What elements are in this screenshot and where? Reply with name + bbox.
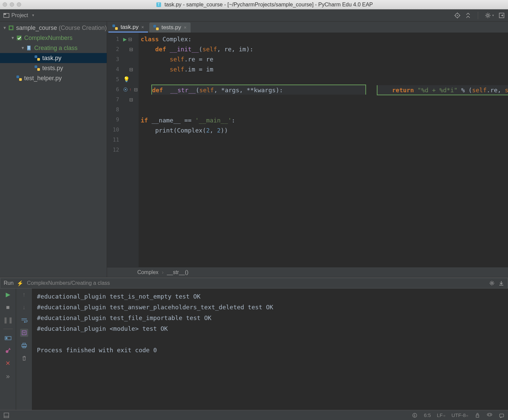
titlebar: T task.py - sample_course - [~/PycharmPr… xyxy=(0,0,508,9)
chevron-right-icon: › xyxy=(162,269,163,275)
svg-point-31 xyxy=(490,414,491,415)
module-icon xyxy=(15,35,23,41)
tool-windows-icon[interactable] xyxy=(3,412,9,418)
tree-file-helper[interactable]: test_helper.py xyxy=(0,73,107,83)
scroll-to-end-icon[interactable] xyxy=(20,329,28,337)
close-window-icon[interactable] xyxy=(3,2,7,7)
print-icon[interactable] xyxy=(20,342,28,350)
editor-body[interactable]: 123456789101112 ▶⊟ ⊟ ⊟ 💡 ⦿↑⊟ ⊟ class Com… xyxy=(107,33,508,267)
svg-rect-25 xyxy=(4,413,9,418)
python-file-icon xyxy=(112,24,118,30)
expand-arrow-icon[interactable]: ▼ xyxy=(2,25,7,30)
project-tree[interactable]: ▼ sample_course (Course Creation) ▼ Comp… xyxy=(0,21,107,83)
code-area[interactable]: class Complex: def __init__(self, re, im… xyxy=(139,33,508,267)
tree-module-label: ComplexNumbers xyxy=(24,35,72,42)
file-encoding[interactable]: UTF-8≑ xyxy=(452,412,469,418)
soft-wrap-icon[interactable] xyxy=(20,316,28,324)
editor-panel: task.py × tests.py × 123456789101112 ▶⊟ … xyxy=(107,21,508,277)
tree-lesson[interactable]: ▼ Creating a class xyxy=(0,43,107,53)
run-config-name[interactable]: ComplexNumbers/Creating a class xyxy=(27,280,110,286)
python-file-icon xyxy=(34,55,41,61)
close-run-icon[interactable]: ✕ xyxy=(4,359,12,367)
fold-end-icon[interactable]: ⊟ xyxy=(129,95,133,105)
close-tab-icon[interactable]: × xyxy=(141,24,144,30)
line-gutter[interactable]: 123456789101112 xyxy=(107,33,122,267)
minimize-window-icon[interactable] xyxy=(10,2,14,7)
console-output[interactable]: #educational_plugin test_is_not_empty te… xyxy=(32,288,508,410)
override-up-icon[interactable]: ⦿ xyxy=(123,85,128,95)
separator xyxy=(478,12,478,19)
down-stack-icon[interactable]: ↓ xyxy=(20,303,28,311)
svg-rect-28 xyxy=(476,415,479,417)
tree-file-tests-label: tests.py xyxy=(42,65,63,72)
fold-minus-icon[interactable]: ⊟ xyxy=(128,34,132,44)
tree-module[interactable]: ▼ ComplexNumbers xyxy=(0,33,107,43)
power-save-icon[interactable] xyxy=(412,412,418,418)
breadcrumb-class[interactable]: Complex xyxy=(137,269,158,275)
intention-bulb-icon[interactable]: 💡 xyxy=(123,74,130,85)
run-panel: Run ⚡ ComplexNumbers/Creating a class ▶ … xyxy=(0,277,508,410)
course-icon xyxy=(7,25,15,31)
expand-arrow-icon[interactable]: ▼ xyxy=(20,46,26,50)
tab-task[interactable]: task.py × xyxy=(108,22,148,33)
run-label[interactable]: Run xyxy=(4,280,13,286)
tree-root[interactable]: ▼ sample_course (Course Creation) xyxy=(0,23,107,33)
inspector-icon[interactable] xyxy=(487,412,493,418)
line-separator[interactable]: LF≑ xyxy=(437,412,446,418)
run-header[interactable]: Run ⚡ ComplexNumbers/Creating a class xyxy=(0,278,508,288)
tree-root-label: sample_course (Course Creation) xyxy=(16,24,107,32)
fold-minus-icon[interactable]: ⊟ xyxy=(129,44,133,54)
lightning-icon: ⚡ xyxy=(17,280,23,286)
run-toolbar-secondary: ↑ ↓ xyxy=(16,288,32,410)
locate-icon[interactable] xyxy=(454,12,460,18)
window-title-text: task.py - sample_course - [~/PycharmProj… xyxy=(164,2,373,7)
notifications-icon[interactable] xyxy=(499,412,505,418)
settings-icon[interactable] xyxy=(485,12,491,18)
expand-arrow-icon[interactable]: ▼ xyxy=(10,36,15,40)
lock-icon[interactable] xyxy=(474,412,480,418)
attach-icon[interactable] xyxy=(4,347,12,355)
dropdown-arrow-icon[interactable]: ▼ xyxy=(32,13,35,17)
settings-dropdown-icon[interactable]: ▾ xyxy=(492,13,494,17)
project-tool-icon[interactable] xyxy=(3,12,9,18)
maximize-window-icon[interactable] xyxy=(17,2,21,7)
pause-icon[interactable]: ❚❚ xyxy=(4,316,12,324)
close-tab-icon[interactable]: × xyxy=(184,25,187,30)
lesson-icon xyxy=(26,45,33,51)
tree-lesson-label: Creating a class xyxy=(34,45,78,52)
python-file-icon xyxy=(34,65,41,71)
breadcrumb-method[interactable]: __str__() xyxy=(167,269,189,275)
stop-icon[interactable]: ■ xyxy=(4,303,12,311)
svg-rect-19 xyxy=(6,337,7,339)
breadcrumb[interactable]: Complex › __str__() xyxy=(107,267,508,277)
main-area: ▼ sample_course (Course Creation) ▼ Comp… xyxy=(0,21,508,277)
project-sidebar: ▼ sample_course (Course Creation) ▼ Comp… xyxy=(0,21,107,277)
tree-file-tests[interactable]: tests.py xyxy=(0,63,107,73)
fold-end-icon[interactable]: ⊟ xyxy=(129,64,133,74)
run-settings-icon[interactable] xyxy=(489,280,495,286)
download-icon[interactable] xyxy=(498,280,504,286)
svg-point-3 xyxy=(457,15,458,16)
override-arrow-icon: ↑ xyxy=(129,85,131,95)
svg-point-17 xyxy=(491,282,493,284)
dump-threads-icon[interactable] xyxy=(4,334,12,342)
run-gutter-icon[interactable]: ▶ xyxy=(123,34,127,44)
tree-file-task[interactable]: task.py xyxy=(0,53,107,63)
project-tool-label[interactable]: Project xyxy=(11,12,28,18)
window-controls[interactable] xyxy=(3,2,21,7)
collapse-all-icon[interactable] xyxy=(465,12,471,18)
svg-rect-11 xyxy=(10,27,12,29)
rerun-icon[interactable]: ▶ xyxy=(4,291,12,299)
up-stack-icon[interactable]: ↑ xyxy=(20,291,28,299)
gutter-icons[interactable]: ▶⊟ ⊟ ⊟ 💡 ⦿↑⊟ ⊟ xyxy=(122,33,139,267)
tree-file-task-label: task.py xyxy=(42,55,61,62)
cursor-position[interactable]: 6:5 xyxy=(424,412,431,418)
tab-tests[interactable]: tests.py × xyxy=(149,22,191,33)
more-icon[interactable]: » xyxy=(4,372,12,380)
fold-minus-icon[interactable]: ⊟ xyxy=(134,85,138,95)
window-title: T task.py - sample_course - [~/PycharmPr… xyxy=(24,2,505,8)
hide-panel-icon[interactable] xyxy=(499,12,505,18)
python-file-icon xyxy=(153,25,159,30)
delete-icon[interactable] xyxy=(20,354,28,362)
tab-tests-label: tests.py xyxy=(161,24,181,31)
